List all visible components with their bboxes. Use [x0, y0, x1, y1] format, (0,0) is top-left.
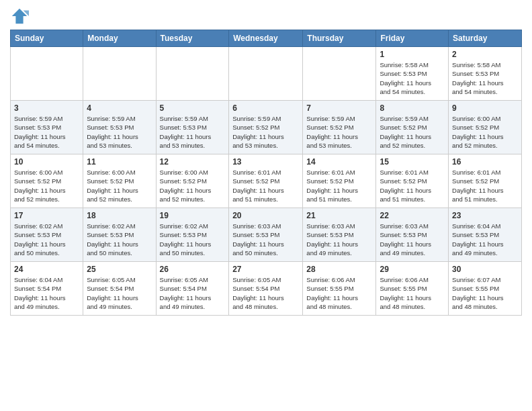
day-number: 18	[87, 211, 152, 220]
day-number: 6	[232, 103, 299, 113]
day-number: 16	[452, 157, 518, 167]
day-number: 10	[14, 157, 79, 167]
day-info: Sunrise: 6:07 AM Sunset: 5:55 PM Dayligh…	[452, 275, 518, 311]
calendar-cell: 3Sunrise: 5:59 AM Sunset: 5:53 PM Daylig…	[11, 101, 83, 154]
calendar-cell: 30Sunrise: 6:07 AM Sunset: 5:55 PM Dayli…	[449, 262, 522, 316]
day-info: Sunrise: 6:00 AM Sunset: 5:52 PM Dayligh…	[14, 168, 79, 203]
day-number: 24	[14, 265, 79, 274]
day-info: Sunrise: 5:59 AM Sunset: 5:52 PM Dayligh…	[306, 114, 372, 150]
week-row-3: 10Sunrise: 6:00 AM Sunset: 5:52 PM Dayli…	[11, 154, 522, 208]
day-info: Sunrise: 5:59 AM Sunset: 5:53 PM Dayligh…	[160, 114, 226, 150]
calendar-cell: 14Sunrise: 6:01 AM Sunset: 5:52 PM Dayli…	[303, 154, 376, 208]
day-info: Sunrise: 6:03 AM Sunset: 5:53 PM Dayligh…	[232, 222, 299, 257]
day-number: 1	[380, 50, 445, 59]
day-number: 11	[87, 157, 152, 167]
page: SundayMondayTuesdayWednesdayThursdayFrid…	[0, 0, 532, 322]
calendar-cell: 5Sunrise: 5:59 AM Sunset: 5:53 PM Daylig…	[156, 101, 229, 154]
calendar-cell: 21Sunrise: 6:03 AM Sunset: 5:53 PM Dayli…	[303, 208, 376, 262]
logo-icon	[10, 7, 29, 26]
day-number: 5	[160, 103, 226, 113]
day-info: Sunrise: 6:00 AM Sunset: 5:52 PM Dayligh…	[452, 114, 518, 150]
day-info: Sunrise: 6:02 AM Sunset: 5:53 PM Dayligh…	[14, 222, 79, 257]
day-info: Sunrise: 6:05 AM Sunset: 5:54 PM Dayligh…	[160, 275, 226, 311]
day-number: 3	[14, 103, 79, 113]
day-number: 17	[14, 211, 79, 220]
day-info: Sunrise: 6:02 AM Sunset: 5:53 PM Dayligh…	[87, 222, 152, 257]
day-info: Sunrise: 5:59 AM Sunset: 5:52 PM Dayligh…	[232, 114, 299, 150]
day-number: 7	[306, 103, 372, 113]
calendar-cell: 11Sunrise: 6:00 AM Sunset: 5:52 PM Dayli…	[83, 154, 156, 208]
calendar-cell: 6Sunrise: 5:59 AM Sunset: 5:52 PM Daylig…	[229, 101, 303, 154]
day-number: 26	[160, 265, 226, 274]
day-info: Sunrise: 6:01 AM Sunset: 5:52 PM Dayligh…	[452, 168, 518, 203]
day-number: 14	[306, 157, 372, 167]
week-row-4: 17Sunrise: 6:02 AM Sunset: 5:53 PM Dayli…	[11, 208, 522, 262]
day-info: Sunrise: 6:04 AM Sunset: 5:54 PM Dayligh…	[14, 275, 79, 311]
weekday-header-thursday: Thursday	[303, 30, 376, 47]
calendar-cell: 23Sunrise: 6:04 AM Sunset: 5:53 PM Dayli…	[449, 208, 522, 262]
day-number: 19	[160, 211, 226, 220]
weekday-header-friday: Friday	[376, 30, 449, 47]
calendar-cell: 28Sunrise: 6:06 AM Sunset: 5:55 PM Dayli…	[303, 262, 376, 316]
day-info: Sunrise: 6:01 AM Sunset: 5:52 PM Dayligh…	[306, 168, 372, 203]
day-number: 4	[87, 103, 152, 113]
day-info: Sunrise: 6:01 AM Sunset: 5:52 PM Dayligh…	[232, 168, 299, 203]
day-info: Sunrise: 6:02 AM Sunset: 5:53 PM Dayligh…	[160, 222, 226, 257]
day-number: 30	[452, 265, 518, 274]
day-number: 22	[380, 211, 445, 220]
weekday-header-sunday: Sunday	[11, 30, 83, 47]
day-info: Sunrise: 5:58 AM Sunset: 5:53 PM Dayligh…	[452, 60, 518, 96]
calendar-cell: 20Sunrise: 6:03 AM Sunset: 5:53 PM Dayli…	[229, 208, 303, 262]
day-info: Sunrise: 6:05 AM Sunset: 5:54 PM Dayligh…	[87, 275, 152, 311]
week-row-2: 3Sunrise: 5:59 AM Sunset: 5:53 PM Daylig…	[11, 101, 522, 154]
calendar-cell: 25Sunrise: 6:05 AM Sunset: 5:54 PM Dayli…	[83, 262, 156, 316]
weekday-header-saturday: Saturday	[449, 30, 522, 47]
calendar-cell: 2Sunrise: 5:58 AM Sunset: 5:53 PM Daylig…	[449, 47, 522, 101]
logo	[10, 7, 32, 26]
day-number: 20	[232, 211, 299, 220]
day-number: 9	[452, 103, 518, 113]
calendar-cell	[11, 47, 83, 101]
day-number: 2	[452, 50, 518, 59]
day-number: 8	[380, 103, 445, 113]
calendar-cell: 24Sunrise: 6:04 AM Sunset: 5:54 PM Dayli…	[11, 262, 83, 316]
weekday-header-tuesday: Tuesday	[156, 30, 229, 47]
calendar-cell	[83, 47, 156, 101]
day-number: 28	[306, 265, 372, 274]
weekday-header-monday: Monday	[83, 30, 156, 47]
weekday-header-row: SundayMondayTuesdayWednesdayThursdayFrid…	[11, 30, 522, 47]
day-number: 25	[87, 265, 152, 274]
day-info: Sunrise: 6:00 AM Sunset: 5:52 PM Dayligh…	[87, 168, 152, 203]
day-info: Sunrise: 6:04 AM Sunset: 5:53 PM Dayligh…	[452, 222, 518, 257]
day-info: Sunrise: 6:03 AM Sunset: 5:53 PM Dayligh…	[306, 222, 372, 257]
day-number: 27	[232, 265, 299, 274]
weekday-header-wednesday: Wednesday	[229, 30, 303, 47]
calendar-cell: 26Sunrise: 6:05 AM Sunset: 5:54 PM Dayli…	[156, 262, 229, 316]
calendar-cell: 16Sunrise: 6:01 AM Sunset: 5:52 PM Dayli…	[449, 154, 522, 208]
day-info: Sunrise: 5:59 AM Sunset: 5:53 PM Dayligh…	[14, 114, 79, 150]
calendar-cell: 8Sunrise: 5:59 AM Sunset: 5:52 PM Daylig…	[376, 101, 449, 154]
day-info: Sunrise: 6:06 AM Sunset: 5:55 PM Dayligh…	[306, 275, 372, 311]
calendar-cell: 22Sunrise: 6:03 AM Sunset: 5:53 PM Dayli…	[376, 208, 449, 262]
day-info: Sunrise: 6:06 AM Sunset: 5:55 PM Dayligh…	[380, 275, 445, 311]
week-row-5: 24Sunrise: 6:04 AM Sunset: 5:54 PM Dayli…	[11, 262, 522, 316]
day-info: Sunrise: 5:59 AM Sunset: 5:52 PM Dayligh…	[380, 114, 445, 150]
day-number: 21	[306, 211, 372, 220]
calendar-cell	[229, 47, 303, 101]
day-number: 15	[380, 157, 445, 167]
calendar-cell	[303, 47, 376, 101]
day-info: Sunrise: 6:00 AM Sunset: 5:52 PM Dayligh…	[160, 168, 226, 203]
calendar-cell: 10Sunrise: 6:00 AM Sunset: 5:52 PM Dayli…	[11, 154, 83, 208]
calendar-cell: 18Sunrise: 6:02 AM Sunset: 5:53 PM Dayli…	[83, 208, 156, 262]
calendar: SundayMondayTuesdayWednesdayThursdayFrid…	[10, 30, 522, 316]
calendar-cell: 12Sunrise: 6:00 AM Sunset: 5:52 PM Dayli…	[156, 154, 229, 208]
day-number: 12	[160, 157, 226, 167]
day-info: Sunrise: 6:05 AM Sunset: 5:54 PM Dayligh…	[232, 275, 299, 311]
calendar-cell: 13Sunrise: 6:01 AM Sunset: 5:52 PM Dayli…	[229, 154, 303, 208]
calendar-cell: 19Sunrise: 6:02 AM Sunset: 5:53 PM Dayli…	[156, 208, 229, 262]
calendar-cell: 9Sunrise: 6:00 AM Sunset: 5:52 PM Daylig…	[449, 101, 522, 154]
calendar-cell: 4Sunrise: 5:59 AM Sunset: 5:53 PM Daylig…	[83, 101, 156, 154]
day-info: Sunrise: 6:03 AM Sunset: 5:53 PM Dayligh…	[380, 222, 445, 257]
day-number: 29	[380, 265, 445, 274]
day-number: 13	[232, 157, 299, 167]
